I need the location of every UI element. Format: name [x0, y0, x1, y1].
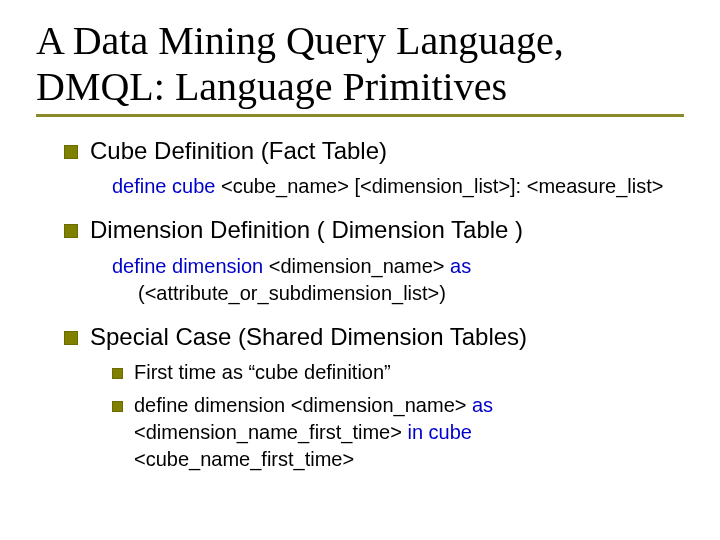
bullet-special-case: Special Case (Shared Dimension Tables) F… — [64, 321, 684, 473]
slide-title: A Data Mining Query Language, DMQL: Lang… — [36, 18, 684, 117]
code-text: define dimension <dimension_name> — [134, 394, 472, 416]
keyword: define cube — [112, 175, 215, 197]
code-text: <cube_name> [<dimension_list>]: <measure… — [215, 175, 663, 197]
keyword: as — [472, 394, 493, 416]
bullet-heading: Dimension Definition ( Dimension Table ) — [90, 216, 523, 243]
list-item: define dimension <dimension_name> as <di… — [112, 392, 684, 473]
code-line: define cube <cube_name> [<dimension_list… — [90, 173, 684, 200]
keyword: in cube — [407, 421, 472, 443]
code-text: <dimension_name_first_time> — [134, 421, 407, 443]
bullet-heading: Special Case (Shared Dimension Tables) — [90, 323, 527, 350]
bullet-heading: Cube Definition (Fact Table) — [90, 137, 387, 164]
sub-text: First time as “cube definition” — [134, 361, 391, 383]
list-item: First time as “cube definition” — [112, 359, 684, 386]
slide: A Data Mining Query Language, DMQL: Lang… — [0, 0, 720, 540]
bullet-list: Cube Definition (Fact Table) define cube… — [36, 135, 684, 473]
bullet-cube-definition: Cube Definition (Fact Table) define cube… — [64, 135, 684, 200]
code-text: <dimension_name> — [263, 255, 450, 277]
code-text: <cube_name_first_time> — [134, 448, 354, 470]
sub-bullet-list: First time as “cube definition” define d… — [90, 359, 684, 473]
keyword: define dimension — [112, 255, 263, 277]
keyword: as — [450, 255, 471, 277]
code-line: define dimension <dimension_name> as (<a… — [90, 253, 684, 307]
bullet-dimension-definition: Dimension Definition ( Dimension Table )… — [64, 214, 684, 306]
code-text: (<attribute_or_subdimension_list>) — [138, 282, 446, 304]
